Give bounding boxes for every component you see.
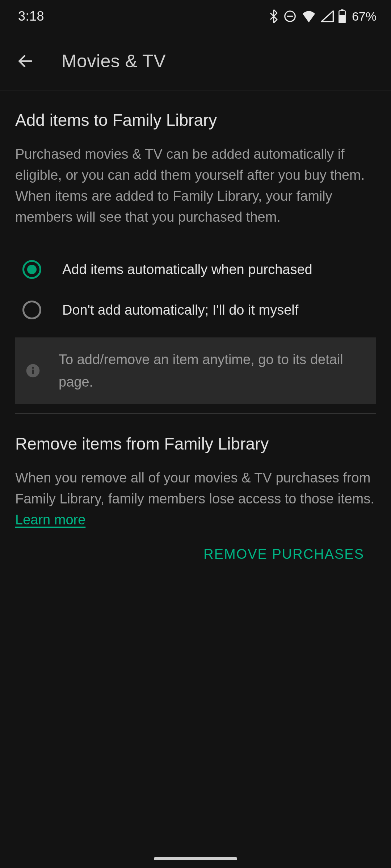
status-time: 3:18 <box>18 9 44 24</box>
learn-more-link[interactable]: Learn more <box>15 512 85 527</box>
add-section-title: Add items to Family Library <box>15 110 376 130</box>
radio-option-label: Add items automatically when purchased <box>62 261 312 278</box>
app-bar: Movies & TV <box>0 33 391 90</box>
nav-bar-handle[interactable] <box>154 857 237 860</box>
remove-section-description: When you remove all of your movies & TV … <box>15 467 376 530</box>
radio-option-manual[interactable]: Don't add automatically; I'll do it myse… <box>15 290 376 330</box>
remove-description-text: When you remove all of your movies & TV … <box>15 470 374 506</box>
remove-items-section: Remove items from Family Library When yo… <box>15 434 376 562</box>
radio-button-icon <box>22 301 41 319</box>
wifi-icon <box>301 10 316 22</box>
svg-rect-4 <box>339 15 345 23</box>
content: Add items to Family Library Purchased mo… <box>0 90 391 562</box>
info-icon <box>25 363 41 378</box>
add-options-radio-group: Add items automatically when purchased D… <box>15 249 376 330</box>
add-items-section: Add items to Family Library Purchased mo… <box>15 110 376 404</box>
do-not-disturb-icon <box>283 9 297 23</box>
radio-option-label: Don't add automatically; I'll do it myse… <box>62 301 298 319</box>
radio-option-auto[interactable]: Add items automatically when purchased <box>15 249 376 290</box>
battery-percent: 67% <box>352 9 377 24</box>
signal-icon <box>321 10 334 22</box>
radio-button-icon <box>22 260 41 279</box>
status-icons: 67% <box>269 9 377 24</box>
remove-purchases-button[interactable]: REMOVE PURCHASES <box>203 546 364 562</box>
info-text: To add/remove an item anytime, go to its… <box>59 348 366 393</box>
svg-point-6 <box>32 367 34 369</box>
battery-icon <box>338 9 346 23</box>
add-section-description: Purchased movies & TV can be added autom… <box>15 144 376 227</box>
remove-section-title: Remove items from Family Library <box>15 434 376 454</box>
page-title: Movies & TV <box>62 51 166 72</box>
info-box: To add/remove an item anytime, go to its… <box>15 337 376 404</box>
bluetooth-icon <box>269 9 279 24</box>
section-divider <box>15 413 376 414</box>
status-bar: 3:18 <box>0 0 391 33</box>
svg-rect-7 <box>32 370 34 374</box>
back-button[interactable] <box>14 50 36 72</box>
